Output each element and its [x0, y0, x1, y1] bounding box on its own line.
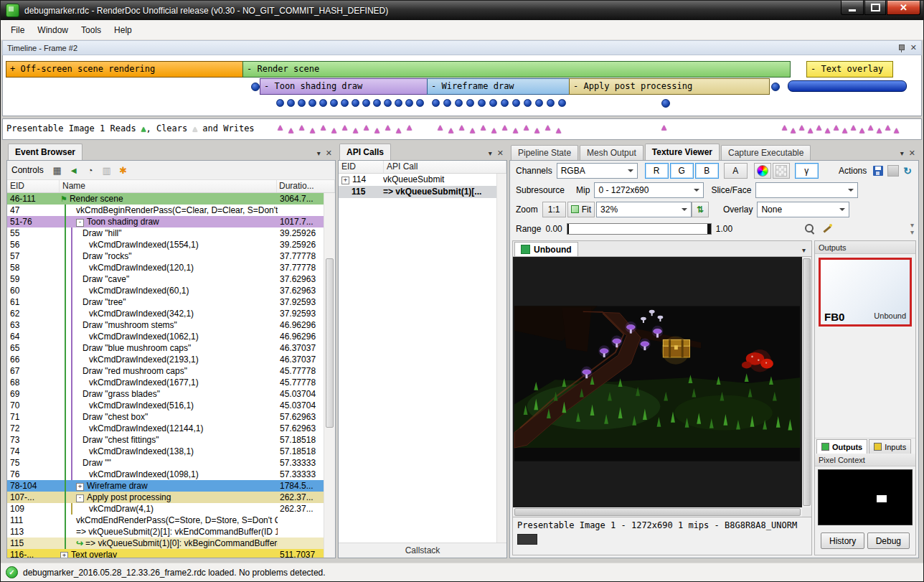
event-row[interactable]: 78-104+Wireframe draw1784.5... [7, 480, 324, 492]
write-triangle-icon[interactable]: ▲ [842, 126, 847, 134]
event-row[interactable]: 55Draw "hill"39.25926 [7, 227, 324, 239]
tab-texture-viewer[interactable]: Texture Viewer [645, 144, 720, 160]
alpha-channel-button[interactable]: A [724, 163, 748, 179]
tab-api-calls[interactable]: API Calls [339, 144, 391, 160]
jump-to-eid-icon[interactable]: ◄ [67, 163, 81, 177]
event-row[interactable]: 72vkCmdDrawIndexed(12144,1)57.62963 [7, 423, 324, 434]
tree-expander-icon[interactable]: + [76, 483, 84, 491]
tree-expander-icon[interactable]: - [76, 494, 84, 502]
flip-y-button[interactable]: ⇅ [692, 202, 709, 217]
panel-close-icon[interactable]: ✕ [909, 149, 915, 157]
column-name[interactable]: Name [60, 180, 277, 192]
event-row[interactable]: 51-76-Toon shading draw1017.7... [7, 216, 324, 227]
column-duration[interactable]: Duratio... [277, 180, 335, 192]
tab-pipeline-state[interactable]: Pipeline State [511, 145, 578, 160]
event-row[interactable]: 62vkCmdDrawIndexed(342,1)37.92593 [7, 308, 324, 319]
event-row[interactable]: 76vkCmdDrawIndexed(1098,1)57.33333 [7, 469, 324, 480]
range-handle[interactable] [707, 224, 711, 234]
timeline-bar-render-scene[interactable]: - Render scene [242, 61, 791, 78]
gamma-button[interactable]: γ [795, 163, 819, 179]
write-triangle-icon[interactable]: ▲ [851, 123, 856, 131]
refresh-icon[interactable]: ↻ [903, 165, 912, 177]
red-channel-button[interactable]: R [645, 163, 669, 179]
find-event-icon[interactable]: ▦ [50, 163, 65, 177]
timeline-event-dot[interactable] [478, 99, 486, 107]
timeline-event-dot[interactable] [547, 99, 555, 107]
event-row[interactable]: 115↪=> vkQueueSubmit(1)[0]: vkBeginComma… [7, 538, 324, 549]
timeline-event-dot[interactable] [287, 99, 295, 107]
write-triangle-icon[interactable]: ▲ [894, 126, 899, 134]
event-browser-scrollbar[interactable] [324, 193, 335, 558]
timeline-event-dot[interactable] [524, 99, 532, 107]
timeline-event-dot[interactable] [512, 99, 520, 107]
event-row[interactable]: 71Draw "chest box"57.62963 [7, 411, 324, 423]
backdrop-color-swatch[interactable] [517, 534, 537, 545]
event-row[interactable]: 109vkCmdDraw(4,1)262.37... [7, 503, 324, 515]
texture-image[interactable] [513, 257, 802, 511]
write-triangle-icon[interactable]: ▲ [534, 126, 539, 134]
alpha-background-button[interactable] [773, 163, 790, 179]
timeline-bar-toon[interactable]: - Toon shading draw [260, 78, 431, 95]
tab-capture-executable[interactable]: Capture Executable [721, 145, 811, 160]
bookmark-icon[interactable]: ✱ [116, 163, 131, 177]
save-icon[interactable] [873, 166, 883, 176]
panel-menu-icon[interactable]: ▾ [317, 150, 321, 157]
write-triangle-icon[interactable]: ▲ [481, 123, 486, 131]
menu-file[interactable]: File [4, 22, 31, 38]
event-row[interactable]: 58vkCmdDrawIndexed(120,1)37.77778 [7, 262, 324, 273]
zoom-range-icon[interactable] [804, 223, 816, 235]
tree-expander-icon[interactable]: + [60, 552, 68, 558]
zoom-combo[interactable]: 32% [596, 202, 692, 217]
timeline-event-dot[interactable] [352, 99, 359, 107]
timeline-close-icon[interactable]: ✕ [910, 44, 917, 52]
write-triangle-icon[interactable]: ▲ [825, 126, 830, 134]
event-row[interactable]: 74vkCmdDrawIndexed(138,1)57.18518 [7, 446, 324, 457]
timeline-event-dot[interactable] [308, 99, 316, 107]
timeline-event-dot[interactable] [405, 99, 413, 107]
event-row[interactable]: 60vkCmdDrawIndexed(60,1)37.62963 [7, 285, 324, 296]
texture-tab-unbound[interactable]: Unbound [514, 242, 578, 256]
zoom-fit-button[interactable]: Fit [567, 202, 595, 217]
write-triangle-icon[interactable]: ▲ [374, 126, 380, 134]
write-triangle-icon[interactable]: ▲ [385, 123, 390, 131]
tree-expander-icon[interactable]: - [76, 219, 84, 227]
write-triangle-icon[interactable]: ▲ [513, 126, 518, 134]
tab-inputs[interactable]: Inputs [869, 439, 911, 454]
write-triangle-icon[interactable]: ▲ [859, 126, 864, 134]
blue-channel-button[interactable]: B [695, 163, 719, 179]
event-row[interactable]: 59Draw "cave"37.62963 [7, 273, 324, 285]
scrollbar-thumb[interactable] [326, 258, 334, 428]
timeline-event-dot[interactable] [330, 99, 338, 107]
zoom-1to1-button[interactable]: 1:1 [542, 202, 566, 217]
event-row[interactable]: 47vkCmdBeginRenderPass(C=Clear, D=Clear,… [7, 205, 324, 216]
timeline-event-dot[interactable] [661, 99, 670, 108]
write-triangle-icon[interactable]: ▲ [353, 126, 358, 134]
green-channel-button[interactable]: G [670, 163, 694, 179]
event-row[interactable]: 46-111⚑Render scene3064.7... [7, 193, 324, 205]
event-row[interactable]: 56vkCmdDrawIndexed(1554,1)39.25926 [7, 239, 324, 250]
tab-mesh-output[interactable]: Mesh Output [580, 145, 644, 160]
write-triangle-icon[interactable]: ▲ [816, 123, 821, 131]
timeline-event-dot[interactable] [416, 99, 424, 107]
write-triangle-icon[interactable]: ▲ [448, 126, 453, 134]
maximize-button[interactable] [864, 1, 886, 15]
event-row[interactable]: 111vkCmdEndRenderPass(C=Store, D=Store, … [7, 515, 324, 526]
close-button[interactable]: ✕ [887, 1, 920, 15]
timeline-event-dot[interactable] [298, 99, 306, 107]
write-triangle-icon[interactable]: ▲ [396, 126, 401, 134]
time-durations-icon[interactable]: ◔ [83, 163, 98, 177]
debug-button[interactable]: Debug [867, 532, 910, 549]
texture-vscrollbar[interactable] [802, 257, 811, 507]
texture-hscrollbar[interactable] [513, 507, 802, 517]
menu-tools[interactable]: Tools [75, 22, 108, 38]
event-row[interactable]: 64vkCmdDrawIndexed(1062,1)46.96296 [7, 331, 324, 342]
write-triangle-icon[interactable]: ▲ [524, 123, 529, 131]
timeline-bar-text-overlay[interactable]: - Text overlay [806, 61, 893, 78]
event-row[interactable]: 75Draw ""57.33333 [7, 457, 324, 469]
toolbar-overflow-icon[interactable]: ▾▾ [910, 222, 914, 236]
timeline-event-dot[interactable] [276, 99, 284, 107]
column-eid[interactable]: EID [7, 180, 60, 192]
timeline-event-dot[interactable] [395, 99, 402, 107]
event-row[interactable]: 73Draw "chest fittings"57.18518 [7, 434, 324, 446]
range-max-value[interactable]: 1.00 [716, 224, 732, 234]
